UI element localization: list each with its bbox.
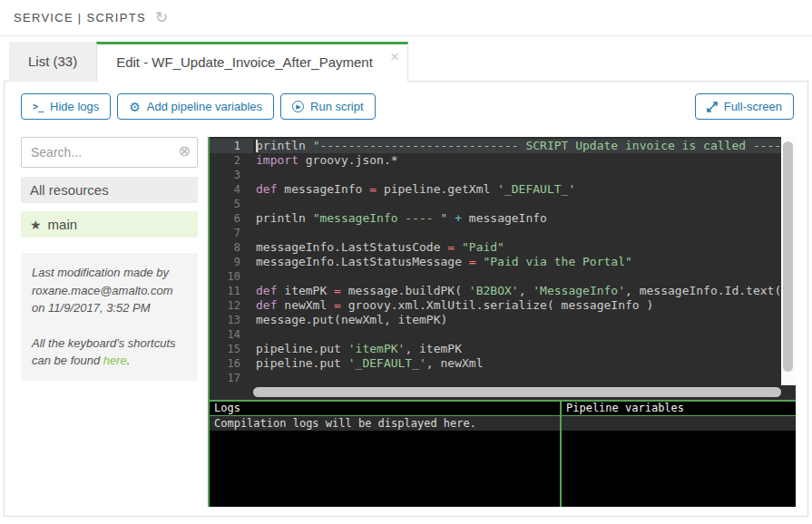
code-area[interactable]: println "---------------------------- SC…	[253, 137, 781, 385]
clear-search-icon[interactable]: ⊗	[179, 144, 191, 159]
line-number: 13	[210, 313, 253, 327]
code-line[interactable]: pipeline.put '_DEFAULT_', newXml	[256, 356, 781, 371]
code-line[interactable]: message.put(newXml, itemPK)	[256, 313, 781, 327]
line-number: 5	[210, 197, 253, 211]
expand-arrows-icon	[707, 102, 718, 112]
star-icon: ★	[30, 218, 42, 232]
line-number: 1	[210, 139, 253, 153]
line-number: 8	[210, 240, 253, 255]
hide-logs-button[interactable]: >_ Hide logs	[21, 93, 111, 120]
line-number: 9	[210, 255, 253, 269]
code-line[interactable]	[256, 226, 781, 240]
terminal-icon: >_	[33, 102, 44, 112]
code-line[interactable]	[256, 168, 781, 182]
line-number-gutter: 1234567891011121314151617	[210, 137, 253, 385]
editor-column: 1234567891011121314151617 println "-----…	[208, 137, 796, 507]
code-editor[interactable]: 1234567891011121314151617 println "-----…	[208, 137, 796, 385]
line-number: 17	[210, 371, 253, 385]
line-number: 12	[210, 298, 253, 313]
line-number: 6	[210, 211, 253, 226]
pipeline-variables-panel: Pipeline variables	[562, 402, 796, 507]
close-tab-icon[interactable]: ×	[390, 49, 399, 64]
topbar: SERVICE | SCRIPTS ↻	[0, 0, 812, 36]
sidebar-note: Last modification made by roxane.mace@am…	[21, 253, 198, 381]
line-number: 15	[210, 342, 253, 356]
code-line[interactable]: println "messageInfo ---- " + messageInf…	[256, 211, 781, 226]
sidebar-item-main[interactable]: ★ main	[21, 211, 198, 238]
horizontal-scrollbar-thumb[interactable]	[253, 387, 781, 397]
logs-message: Compilation logs will be displayed here.	[210, 416, 560, 431]
shortcuts-link[interactable]: here	[103, 354, 127, 367]
gears-icon: ⚙	[129, 101, 141, 113]
code-line[interactable]	[256, 197, 781, 211]
sidebar-item-all-resources[interactable]: All resources	[21, 177, 198, 203]
line-number: 2	[210, 153, 253, 168]
line-number: 14	[210, 327, 253, 342]
breadcrumb: SERVICE | SCRIPTS	[14, 11, 146, 24]
logs-panel: Logs Compilation logs will be displayed …	[210, 402, 560, 507]
code-line[interactable]: messageInfo.LastStatusMessage = "Paid vi…	[256, 255, 781, 269]
refresh-icon[interactable]: ↻	[155, 10, 168, 25]
vertical-scrollbar-thumb[interactable]	[783, 141, 793, 372]
add-pipeline-variables-button[interactable]: ⚙ Add pipeline variables	[117, 93, 274, 120]
script-editor-panel: >_ Hide logs ⚙ Add pipeline variables ▶ …	[4, 81, 808, 517]
vertical-scrollbar[interactable]	[781, 137, 796, 385]
text-cursor	[256, 140, 258, 152]
line-number: 10	[210, 269, 253, 284]
code-line[interactable]	[256, 371, 781, 385]
search-input[interactable]	[21, 137, 198, 168]
main-content: ⊗ All resources ★ main Last modification…	[5, 137, 807, 507]
code-line[interactable]: def itemPK = message.buildPK( 'B2BOX', '…	[256, 284, 781, 298]
code-line[interactable]: pipeline.put 'itemPK', itemPK	[256, 342, 781, 356]
bottom-panels: Logs Compilation logs will be displayed …	[208, 400, 796, 507]
tab-list[interactable]: List (33)	[9, 42, 96, 82]
line-number: 3	[210, 168, 253, 182]
resources-sidebar: ⊗ All resources ★ main Last modification…	[21, 137, 198, 507]
code-line[interactable]	[256, 327, 781, 342]
line-number: 4	[210, 182, 253, 197]
run-script-button[interactable]: ▶ Run script	[280, 93, 376, 120]
fullscreen-button[interactable]: Full-screen	[695, 93, 794, 120]
line-number: 7	[210, 226, 253, 240]
shortcuts-text: All the keyboard's shortcuts can be foun…	[32, 335, 187, 370]
code-line[interactable]: def newXml = groovy.xml.XmlUtil.serializ…	[256, 298, 781, 313]
code-line[interactable]: def messageInfo = pipeline.getXml '_DEFA…	[256, 182, 781, 197]
line-number: 16	[210, 356, 253, 371]
horizontal-scrollbar[interactable]	[208, 385, 796, 400]
last-modification-text: Last modification made by roxane.mace@am…	[32, 264, 187, 317]
code-line[interactable]	[256, 269, 781, 284]
tab-edit-label: Edit - WF_Update_Invoice_After_Payment	[116, 54, 373, 70]
line-number: 11	[210, 284, 253, 298]
code-line[interactable]: messageInfo.LastStatusCode = "Paid"	[256, 240, 781, 255]
code-line[interactable]: import groovy.json.*	[256, 153, 781, 168]
code-line[interactable]: println "---------------------------- SC…	[256, 139, 781, 153]
toolbar: >_ Hide logs ⚙ Add pipeline variables ▶ …	[5, 82, 807, 120]
pipeline-variables-header: Pipeline variables	[562, 402, 796, 416]
tab-bar: List (33) Edit - WF_Update_Invoice_After…	[0, 42, 812, 82]
logs-header: Logs	[210, 402, 560, 416]
tab-edit-script[interactable]: Edit - WF_Update_Invoice_After_Payment ×	[96, 42, 408, 82]
pipeline-variables-empty-row	[562, 416, 796, 431]
play-circle-icon: ▶	[292, 101, 304, 112]
